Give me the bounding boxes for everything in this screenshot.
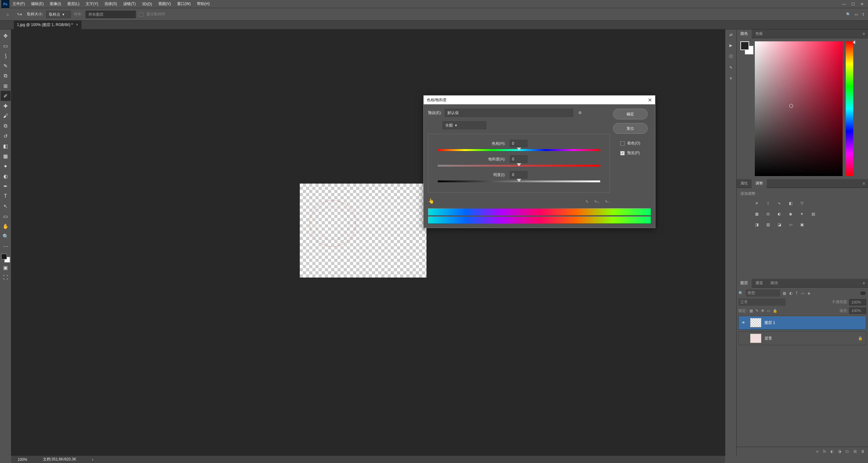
hue-slider-thumb[interactable]: [852, 40, 855, 44]
minimize-icon[interactable]: —: [842, 2, 846, 6]
search-icon[interactable]: 🔍: [846, 12, 851, 16]
output-spectrum[interactable]: [428, 217, 651, 223]
targeted-adjust-icon[interactable]: 👆: [428, 198, 434, 204]
blur-tool[interactable]: ●: [1, 161, 11, 171]
opacity-input[interactable]: 100%: [849, 299, 866, 305]
clone-stamp-tool[interactable]: ⧉: [1, 121, 11, 131]
quick-select-tool[interactable]: ✎: [1, 61, 11, 71]
adj-bw-icon[interactable]: ◐: [775, 210, 783, 218]
lock-position-icon[interactable]: ✥: [761, 308, 764, 313]
layer-thumbnail[interactable]: [750, 334, 762, 343]
adj-gradient-map-icon[interactable]: ▭: [787, 221, 794, 228]
layer-filter-toggle[interactable]: [860, 291, 866, 295]
history-brush-tool[interactable]: ↺: [1, 131, 11, 141]
input-spectrum[interactable]: [428, 208, 651, 215]
layers-panel-menu-icon[interactable]: ≡: [860, 281, 868, 286]
preview-checkbox[interactable]: ✓: [620, 151, 625, 155]
menu-window[interactable]: 窗口(W): [174, 0, 194, 8]
zoom-tool[interactable]: 🔍: [1, 231, 11, 241]
hue-slider-thumb[interactable]: [517, 147, 521, 151]
tool-preset-picker[interactable]: ✎▾: [15, 10, 24, 19]
pen-tool[interactable]: ✒: [1, 181, 11, 191]
menu-help[interactable]: 帮助(H): [194, 0, 213, 8]
eraser-tool[interactable]: ◧: [1, 141, 11, 151]
fg-color-swatch[interactable]: [1, 254, 7, 259]
layers-tab[interactable]: 图层: [737, 279, 752, 288]
layer-fx-icon[interactable]: fx: [823, 449, 826, 454]
path-select-tool[interactable]: ↖: [1, 201, 11, 211]
actions-dock-icon[interactable]: ▶: [730, 43, 732, 47]
link-layers-icon[interactable]: ∞: [816, 449, 819, 454]
adj-threshold-icon[interactable]: ◪: [775, 221, 783, 228]
adj-posterize-icon[interactable]: ▨: [764, 221, 772, 228]
hue-slider[interactable]: [846, 41, 853, 176]
color-swatches[interactable]: [1, 254, 10, 263]
menu-image[interactable]: 图像(I): [47, 0, 64, 8]
eyedropper-sub-icon[interactable]: ✎₋: [605, 200, 610, 204]
adj-channel-mixer-icon[interactable]: ✦: [798, 210, 806, 218]
workspace-icon[interactable]: ▭: [855, 12, 858, 16]
layer-mask-icon[interactable]: ◐: [830, 449, 834, 454]
menu-layer[interactable]: 图层(L): [64, 0, 83, 8]
adjustments-tab[interactable]: 调整: [752, 179, 767, 188]
adj-invert-icon[interactable]: ◨: [753, 221, 761, 228]
preset-options-icon[interactable]: ⚙: [578, 110, 582, 115]
screen-mode-tool[interactable]: ⛶: [1, 272, 11, 283]
move-tool[interactable]: ✥: [1, 31, 11, 41]
doc-info-display[interactable]: 文档:351.6K/820.3K: [43, 457, 76, 462]
ok-button[interactable]: 确定: [613, 109, 648, 119]
history-dock-icon[interactable]: ⇄: [730, 33, 733, 37]
dialog-close-icon[interactable]: ✕: [648, 97, 652, 103]
lock-artboard-icon[interactable]: ▭: [767, 308, 770, 313]
color-tab[interactable]: 颜色: [737, 29, 752, 38]
filter-smart-icon[interactable]: ◈: [807, 291, 810, 295]
crop-tool[interactable]: ⧉: [1, 71, 11, 81]
share-icon[interactable]: ⇪: [862, 12, 865, 16]
blend-mode-select[interactable]: 正常: [739, 299, 785, 306]
brush-dock-icon[interactable]: ✎: [730, 65, 733, 70]
menu-file[interactable]: 文件(F): [9, 0, 28, 8]
edit-toolbar[interactable]: ⋯: [1, 241, 11, 251]
lock-transparent-icon[interactable]: ▦: [749, 308, 753, 313]
channels-tab[interactable]: 通道: [752, 279, 767, 288]
layer-visibility-icon[interactable]: 👁: [740, 321, 747, 325]
zoom-display[interactable]: 100%: [18, 457, 27, 462]
lasso-tool[interactable]: ⟆: [1, 51, 11, 61]
eyedropper-tool[interactable]: ✐: [1, 91, 11, 101]
menu-filter[interactable]: 滤镜(T): [120, 0, 138, 8]
dialog-titlebar[interactable]: 色相/饱和度 ✕: [424, 96, 655, 104]
properties-tab[interactable]: 属性: [737, 179, 752, 188]
saturation-slider-thumb[interactable]: [517, 163, 521, 166]
adj-photo-filter-icon[interactable]: ◉: [787, 210, 794, 218]
sample-size-select[interactable]: 取样点 ▾: [46, 11, 71, 18]
new-layer-icon[interactable]: ⊞: [854, 449, 857, 454]
menu-3d[interactable]: 3D(D): [139, 0, 155, 8]
filter-adjust-icon[interactable]: ◐: [789, 291, 793, 295]
colorize-checkbox[interactable]: [620, 141, 625, 146]
adj-balance-icon[interactable]: ⚖: [764, 210, 772, 218]
color-panel-menu-icon[interactable]: ≡: [860, 32, 868, 36]
close-icon[interactable]: ✕: [861, 2, 864, 6]
layer-filter-search-icon[interactable]: 🔍: [739, 291, 743, 295]
document-tab-close-icon[interactable]: ×: [76, 23, 78, 27]
fill-input[interactable]: 100%: [849, 308, 866, 314]
lightness-slider-thumb[interactable]: [517, 179, 521, 182]
delete-layer-icon[interactable]: 🗑: [861, 449, 865, 454]
adjustments-panel-menu-icon[interactable]: ≡: [860, 181, 868, 186]
layer-item[interactable]: 背景 🔒: [739, 331, 866, 345]
hue-slider[interactable]: [438, 149, 600, 151]
reset-button[interactable]: 复位: [613, 123, 648, 134]
eyedropper-add-icon[interactable]: ✎₊: [594, 200, 599, 204]
paths-tab[interactable]: 路径: [767, 279, 782, 288]
color-panel-fgbg[interactable]: [740, 41, 752, 176]
layer-item[interactable]: 👁 图层 1: [739, 316, 866, 330]
brush-tool[interactable]: 🖌: [1, 111, 11, 121]
adj-exposure-icon[interactable]: ◧: [787, 200, 794, 207]
adj-hue-icon[interactable]: ▦: [753, 210, 761, 218]
sample-layers-select[interactable]: 所有图层: [86, 11, 136, 18]
paragraph-dock-icon[interactable]: ≡: [730, 76, 732, 80]
healing-brush-tool[interactable]: ✚: [1, 101, 11, 111]
color-panel-fg-swatch[interactable]: [740, 41, 749, 50]
hand-tool[interactable]: ✋: [1, 221, 11, 231]
adj-vibrance-icon[interactable]: ▽: [798, 200, 806, 207]
